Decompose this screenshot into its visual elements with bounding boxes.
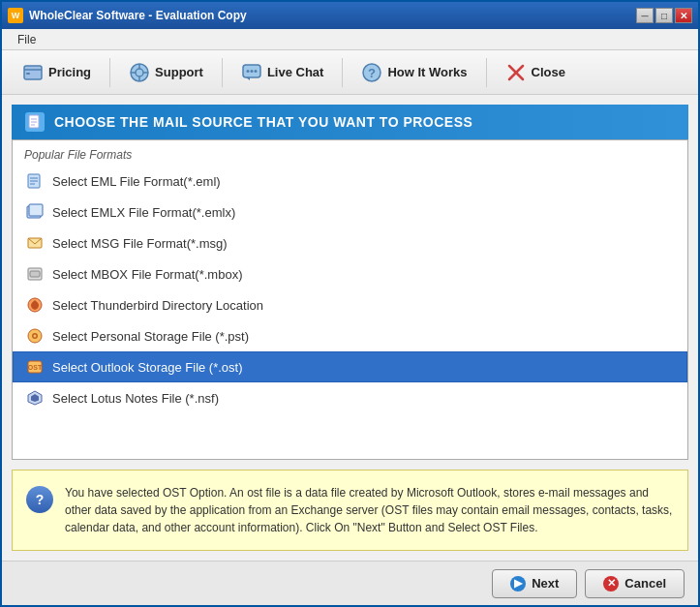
svg-point-12 bbox=[250, 70, 253, 73]
svg-rect-2 bbox=[26, 73, 30, 75]
cancel-button[interactable]: ✕ Cancel bbox=[585, 569, 685, 598]
pst-icon bbox=[25, 326, 45, 346]
svg-marker-10 bbox=[246, 77, 250, 80]
svg-point-34 bbox=[34, 335, 37, 338]
cancel-icon: ✕ bbox=[603, 576, 619, 592]
section-header: CHOOSE THE MAIL SOURCE THAT YOU WANT TO … bbox=[12, 105, 688, 139]
svg-point-11 bbox=[246, 70, 249, 73]
mbox-label: Select MBOX File Format(*.mbox) bbox=[52, 267, 243, 282]
msg-label: Select MSG File Format(*.msg) bbox=[52, 236, 228, 251]
main-window: W WholeClear Software - Evaluation Copy … bbox=[0, 0, 700, 607]
title-bar: W WholeClear Software - Evaluation Copy … bbox=[2, 2, 698, 29]
svg-rect-0 bbox=[24, 66, 42, 79]
eml-icon bbox=[25, 171, 45, 191]
mbox-icon bbox=[25, 264, 45, 284]
svg-rect-30 bbox=[30, 271, 40, 277]
file-list: Select EML File Format(*.eml) Select EML… bbox=[13, 166, 687, 459]
pricing-icon bbox=[22, 62, 44, 83]
window-close-button[interactable]: ✕ bbox=[675, 8, 692, 23]
support-button[interactable]: Support bbox=[116, 55, 216, 90]
info-icon: ? bbox=[26, 486, 53, 513]
svg-point-13 bbox=[254, 70, 257, 73]
window-title: WholeClear Software - Evaluation Copy bbox=[29, 9, 247, 22]
thunderbird-icon bbox=[25, 295, 45, 315]
close-nav-button[interactable]: Close bbox=[493, 55, 578, 90]
eml-label: Select EML File Format(*.eml) bbox=[52, 174, 221, 189]
pricing-button[interactable]: Pricing bbox=[10, 55, 104, 90]
menu-item-file[interactable]: File bbox=[10, 31, 44, 48]
section-header-text: CHOOSE THE MAIL SOURCE THAT YOU WANT TO … bbox=[54, 114, 472, 130]
support-label: Support bbox=[155, 65, 203, 79]
thunderbird-label: Select Thunderbird Directory Location bbox=[52, 298, 263, 313]
svg-text:?: ? bbox=[368, 66, 376, 80]
how-it-works-icon: ? bbox=[361, 62, 382, 83]
title-controls: ─ □ ✕ bbox=[636, 8, 692, 23]
next-label: Next bbox=[532, 576, 559, 591]
file-item-nsf[interactable]: Select Lotus Notes File (*.nsf) bbox=[13, 382, 687, 413]
file-panel: Popular File Formats Select EML File For… bbox=[12, 139, 688, 460]
msg-icon bbox=[25, 233, 45, 253]
ost-icon: OST bbox=[25, 357, 45, 377]
main-content: CHOOSE THE MAIL SOURCE THAT YOU WANT TO … bbox=[2, 95, 698, 561]
menu-bar: File bbox=[2, 29, 698, 50]
pst-label: Select Personal Storage File (*.pst) bbox=[52, 329, 249, 344]
emlx-label: Select EMLX File Format(*.emlx) bbox=[52, 205, 235, 220]
sep-1 bbox=[109, 58, 110, 87]
svg-rect-27 bbox=[29, 204, 43, 216]
pricing-label: Pricing bbox=[48, 65, 91, 79]
file-item-msg[interactable]: Select MSG File Format(*.msg) bbox=[13, 228, 687, 258]
file-item-ost[interactable]: OST Select Outlook Storage File (*.ost) bbox=[13, 351, 687, 382]
panel-subtitle: Popular File Formats bbox=[13, 140, 687, 166]
minimize-button[interactable]: ─ bbox=[636, 8, 654, 23]
sep-3 bbox=[342, 58, 343, 87]
info-box: ? You have selected OST Option. An ost f… bbox=[12, 470, 688, 551]
sep-4 bbox=[486, 58, 487, 87]
file-item-pst[interactable]: Select Personal Storage File (*.pst) bbox=[13, 320, 687, 351]
file-item-emlx[interactable]: Select EMLX File Format(*.emlx) bbox=[13, 197, 687, 228]
cancel-label: Cancel bbox=[624, 576, 666, 591]
how-it-works-label: How It Works bbox=[387, 65, 467, 79]
close-nav-icon bbox=[505, 62, 527, 83]
toolbar: Pricing Support bbox=[2, 50, 698, 95]
ost-label: Select Outlook Storage File (*.ost) bbox=[52, 360, 243, 375]
app-icon: W bbox=[8, 8, 23, 23]
section-header-icon bbox=[25, 112, 45, 132]
emlx-icon bbox=[25, 202, 45, 222]
support-icon bbox=[129, 62, 150, 83]
live-chat-label: Live Chat bbox=[267, 65, 324, 79]
live-chat-button[interactable]: Live Chat bbox=[228, 55, 337, 90]
next-icon: ▶ bbox=[510, 576, 526, 592]
bottom-bar: ▶ Next ✕ Cancel bbox=[2, 561, 698, 605]
file-item-thunderbird[interactable]: Select Thunderbird Directory Location bbox=[13, 289, 687, 320]
nsf-label: Select Lotus Notes File (*.nsf) bbox=[52, 391, 219, 406]
info-text: You have selected OST Option. An ost fil… bbox=[65, 484, 674, 536]
title-bar-left: W WholeClear Software - Evaluation Copy bbox=[8, 8, 247, 23]
maximize-button[interactable]: □ bbox=[655, 8, 673, 23]
close-nav-label: Close bbox=[532, 65, 565, 79]
sep-2 bbox=[222, 58, 223, 87]
how-it-works-button[interactable]: ? How It Works bbox=[349, 55, 479, 90]
file-item-eml[interactable]: Select EML File Format(*.eml) bbox=[13, 166, 687, 197]
file-item-mbox[interactable]: Select MBOX File Format(*.mbox) bbox=[13, 258, 687, 289]
svg-text:OST: OST bbox=[28, 364, 43, 371]
nsf-icon bbox=[25, 388, 45, 408]
live-chat-icon bbox=[241, 62, 262, 83]
next-button[interactable]: ▶ Next bbox=[492, 569, 577, 598]
